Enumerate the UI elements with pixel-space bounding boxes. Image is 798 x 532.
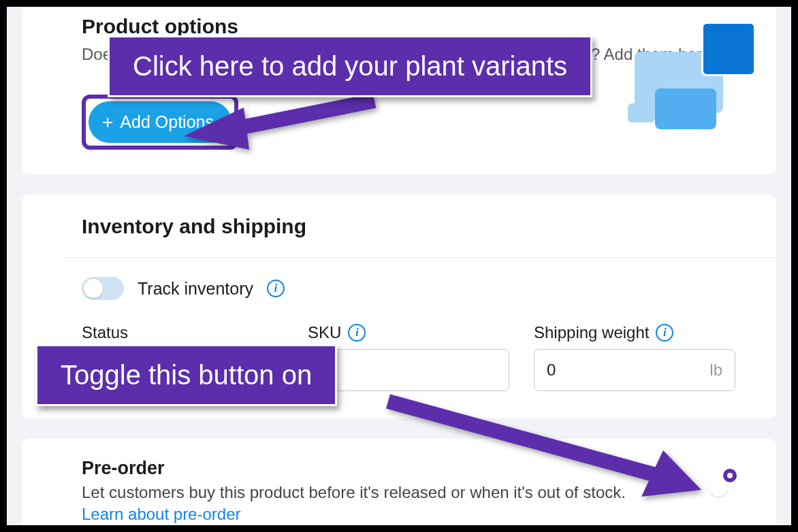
sku-label: SKU bbox=[308, 323, 341, 342]
inventory-title: Inventory and shipping bbox=[63, 215, 776, 258]
check-icon bbox=[712, 480, 724, 493]
shipping-weight-value: 0 bbox=[547, 361, 556, 380]
info-icon[interactable]: i bbox=[656, 324, 673, 342]
preorder-learn-link[interactable]: Learn about pre-order bbox=[82, 505, 240, 523]
page-container: Product options Does your product come i… bbox=[7, 7, 791, 525]
preorder-toggle-highlight bbox=[723, 469, 737, 482]
preorder-title: Pre-order bbox=[82, 458, 735, 479]
info-icon[interactable]: i bbox=[348, 324, 366, 342]
info-icon[interactable]: i bbox=[267, 280, 285, 297]
product-options-illustration bbox=[599, 22, 756, 131]
sku-input[interactable] bbox=[308, 349, 509, 391]
track-inventory-toggle[interactable] bbox=[82, 277, 124, 300]
plus-icon: + bbox=[102, 113, 113, 132]
add-options-label: Add Options bbox=[120, 112, 214, 132]
card-preorder: Pre-order Let customers buy this product… bbox=[22, 439, 776, 525]
preorder-description: Let customers buy this product before it… bbox=[82, 483, 735, 502]
shipping-weight-input[interactable]: 0 lb bbox=[534, 349, 735, 391]
shipping-weight-label: Shipping weight bbox=[534, 323, 649, 342]
add-options-button[interactable]: + Add Options bbox=[89, 101, 232, 143]
status-label: Status bbox=[82, 323, 283, 342]
shipping-weight-unit: lb bbox=[709, 361, 722, 380]
track-inventory-label: Track inventory bbox=[138, 279, 253, 299]
add-options-highlight: + Add Options bbox=[82, 95, 238, 150]
annotation-callout-2: Toggle this button on bbox=[35, 344, 337, 406]
annotation-callout-1: Click here to add your plant variants bbox=[108, 35, 592, 97]
